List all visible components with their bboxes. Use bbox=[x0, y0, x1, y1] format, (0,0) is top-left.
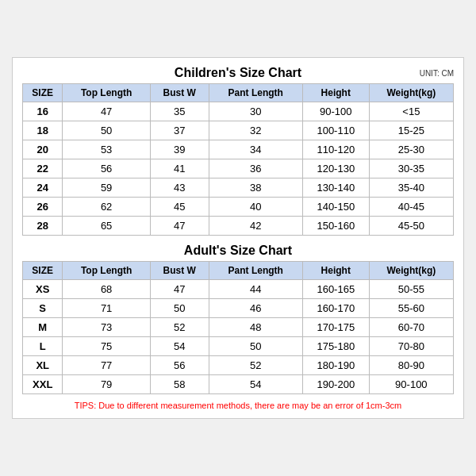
table-cell: 62 bbox=[63, 198, 150, 217]
table-cell: 25-30 bbox=[369, 140, 453, 159]
table-cell: 50 bbox=[209, 337, 302, 356]
table-cell: 56 bbox=[150, 356, 209, 375]
col-height-adult: Height bbox=[302, 262, 369, 280]
table-cell: 32 bbox=[209, 121, 302, 140]
table-cell: 40-45 bbox=[369, 198, 453, 217]
table-cell: 47 bbox=[150, 217, 209, 236]
table-row: XXL795854190-20090-100 bbox=[23, 375, 454, 394]
table-cell: 20 bbox=[23, 140, 63, 159]
table-cell: 35-40 bbox=[369, 178, 453, 198]
table-cell: 18 bbox=[23, 121, 63, 140]
col-bust-w: Bust W bbox=[150, 84, 209, 102]
table-cell: 170-175 bbox=[302, 318, 369, 337]
table-cell: 160-165 bbox=[302, 280, 369, 299]
table-cell: <15 bbox=[369, 102, 453, 121]
table-cell: 37 bbox=[150, 121, 209, 140]
table-cell: 45-50 bbox=[369, 217, 453, 236]
table-cell: 90-100 bbox=[302, 102, 369, 121]
col-weight-adult: Weight(kg) bbox=[369, 262, 453, 280]
table-cell: 54 bbox=[209, 375, 302, 394]
table-row: XS684744160-16550-55 bbox=[23, 280, 454, 299]
col-bust-w-adult: Bust W bbox=[150, 262, 209, 280]
col-pant-length-adult: Pant Length bbox=[209, 262, 302, 280]
children-title: Children's Size Chart bbox=[175, 66, 301, 80]
table-cell: XL bbox=[23, 356, 63, 375]
table-cell: 140-150 bbox=[302, 198, 369, 217]
children-title-row: Children's Size Chart UNIT: CM bbox=[22, 66, 454, 80]
table-cell: 180-190 bbox=[302, 356, 369, 375]
table-cell: 45 bbox=[150, 198, 209, 217]
table-cell: 47 bbox=[63, 102, 150, 121]
table-cell: L bbox=[23, 337, 63, 356]
tips-text: TIPS: Due to different measurement metho… bbox=[22, 401, 454, 410]
table-cell: 56 bbox=[63, 159, 150, 178]
table-cell: 42 bbox=[209, 217, 302, 236]
table-cell: 55-60 bbox=[369, 299, 453, 318]
table-row: 28654742150-16045-50 bbox=[23, 217, 454, 236]
table-row: 26624540140-15040-45 bbox=[23, 198, 454, 217]
table-cell: 53 bbox=[63, 140, 150, 159]
col-weight: Weight(kg) bbox=[369, 84, 453, 102]
table-row: M735248170-17560-70 bbox=[23, 318, 454, 337]
table-cell: 175-180 bbox=[302, 337, 369, 356]
table-cell: 50 bbox=[63, 121, 150, 140]
children-header-row: SIZE Top Length Bust W Pant Length Heigh… bbox=[23, 84, 454, 102]
table-cell: 40 bbox=[209, 198, 302, 217]
table-cell: 150-160 bbox=[302, 217, 369, 236]
table-row: 24594338130-14035-40 bbox=[23, 178, 454, 198]
table-cell: 35 bbox=[150, 102, 209, 121]
chart-container: Children's Size Chart UNIT: CM SIZE Top … bbox=[12, 57, 464, 419]
table-cell: 160-170 bbox=[302, 299, 369, 318]
table-cell: 30 bbox=[209, 102, 302, 121]
table-cell: 47 bbox=[150, 280, 209, 299]
table-cell: 34 bbox=[209, 140, 302, 159]
table-cell: 90-100 bbox=[369, 375, 453, 394]
table-cell: 75 bbox=[63, 337, 150, 356]
table-row: 18503732100-11015-25 bbox=[23, 121, 454, 140]
table-cell: 71 bbox=[63, 299, 150, 318]
table-cell: 52 bbox=[209, 356, 302, 375]
table-cell: 38 bbox=[209, 178, 302, 198]
table-cell: 43 bbox=[150, 178, 209, 198]
table-row: 1647353090-100<15 bbox=[23, 102, 454, 121]
table-cell: 30-35 bbox=[369, 159, 453, 178]
table-cell: 59 bbox=[63, 178, 150, 198]
col-pant-length: Pant Length bbox=[209, 84, 302, 102]
table-cell: 50 bbox=[150, 299, 209, 318]
col-top-length-adult: Top Length bbox=[63, 262, 150, 280]
table-cell: 41 bbox=[150, 159, 209, 178]
table-cell: 70-80 bbox=[369, 337, 453, 356]
table-cell: 16 bbox=[23, 102, 63, 121]
table-row: S715046160-17055-60 bbox=[23, 299, 454, 318]
table-cell: S bbox=[23, 299, 63, 318]
table-cell: 36 bbox=[209, 159, 302, 178]
table-cell: 22 bbox=[23, 159, 63, 178]
table-cell: 100-110 bbox=[302, 121, 369, 140]
table-cell: 48 bbox=[209, 318, 302, 337]
table-cell: 44 bbox=[209, 280, 302, 299]
table-row: 20533934110-12025-30 bbox=[23, 140, 454, 159]
col-size-adult: SIZE bbox=[23, 262, 63, 280]
table-cell: 79 bbox=[63, 375, 150, 394]
table-cell: 130-140 bbox=[302, 178, 369, 198]
table-cell: 24 bbox=[23, 178, 63, 198]
col-height: Height bbox=[302, 84, 369, 102]
adult-header-row: SIZE Top Length Bust W Pant Length Heigh… bbox=[23, 262, 454, 280]
adult-title: Adult's Size Chart bbox=[184, 244, 292, 258]
table-cell: 52 bbox=[150, 318, 209, 337]
table-cell: 190-200 bbox=[302, 375, 369, 394]
table-cell: XXL bbox=[23, 375, 63, 394]
table-row: XL775652180-19080-90 bbox=[23, 356, 454, 375]
table-cell: M bbox=[23, 318, 63, 337]
table-cell: 120-130 bbox=[302, 159, 369, 178]
table-cell: 110-120 bbox=[302, 140, 369, 159]
adult-size-table: SIZE Top Length Bust W Pant Length Heigh… bbox=[22, 261, 454, 394]
table-cell: 28 bbox=[23, 217, 63, 236]
col-size: SIZE bbox=[23, 84, 63, 102]
table-cell: 73 bbox=[63, 318, 150, 337]
table-row: 22564136120-13030-35 bbox=[23, 159, 454, 178]
table-cell: 60-70 bbox=[369, 318, 453, 337]
children-size-table: SIZE Top Length Bust W Pant Length Heigh… bbox=[22, 83, 454, 236]
table-cell: XS bbox=[23, 280, 63, 299]
table-cell: 54 bbox=[150, 337, 209, 356]
